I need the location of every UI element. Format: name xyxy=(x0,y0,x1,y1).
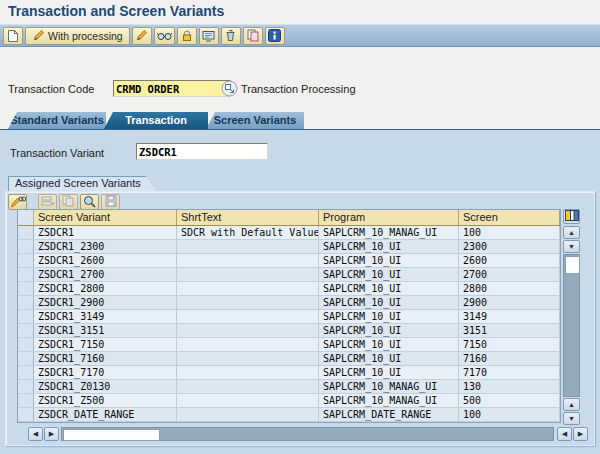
cell-screen-variant[interactable]: ZSDCR1_7170 xyxy=(34,366,177,379)
scroll-right-end-button[interactable]: ▶ xyxy=(573,427,588,441)
screen-button[interactable] xyxy=(199,27,219,45)
cell-screen-variant[interactable]: ZSDCR1 xyxy=(34,226,177,239)
table-row[interactable]: ZSDCR1_3151SAPLCRM_10_UI3151 xyxy=(18,324,560,338)
table-row[interactable]: ZSDCR1_2900SAPLCRM_10_UI2900 xyxy=(18,296,560,310)
cell-screen-variant[interactable]: ZSDCR1_Z0130 xyxy=(34,380,177,393)
cell-screen-variant[interactable]: ZSDCR1_7150 xyxy=(34,338,177,351)
cell-screen[interactable]: 7150 xyxy=(459,338,560,351)
cell-shrttext[interactable] xyxy=(177,296,319,309)
header-shrttext[interactable]: ShrtText xyxy=(177,210,319,225)
row-selector[interactable] xyxy=(18,324,34,337)
cell-program[interactable]: SAPLCRM_10_UI xyxy=(319,324,459,337)
insert-row-button[interactable] xyxy=(38,194,57,210)
scroll-down-button[interactable]: ▼ xyxy=(563,240,580,253)
cell-program[interactable]: SAPLCRM_10_UI xyxy=(319,352,459,365)
cell-screen[interactable]: 2300 xyxy=(459,240,560,253)
row-selector[interactable] xyxy=(18,282,34,295)
table-row[interactable]: ZSDCR_DATE_RANGESAPLCRM_DATE_RANGE100 xyxy=(18,408,560,422)
row-selector[interactable] xyxy=(18,240,34,253)
horizontal-scrollbar-thumb[interactable] xyxy=(63,429,160,441)
table-row[interactable]: ZSDCR1_2700SAPLCRM_10_UI2700 xyxy=(18,268,560,282)
table-row[interactable]: ZSDCR1_2300SAPLCRM_10_UI2300 xyxy=(18,240,560,254)
cell-screen[interactable]: 3149 xyxy=(459,310,560,323)
table-row[interactable]: ZSDCR1_7160SAPLCRM_10_UI7160 xyxy=(18,352,560,366)
cell-shrttext[interactable] xyxy=(177,254,319,267)
cell-screen-variant[interactable]: ZSDCR1_Z500 xyxy=(34,394,177,407)
cell-screen-variant[interactable]: ZSDCR1_2600 xyxy=(34,254,177,267)
cell-shrttext[interactable] xyxy=(177,338,319,351)
cell-program[interactable]: SAPLCRM_10_MANAG_UI xyxy=(319,226,459,239)
cell-screen[interactable]: 7160 xyxy=(459,352,560,365)
table-row[interactable]: ZSDCR1_3149SAPLCRM_10_UI3149 xyxy=(18,310,560,324)
create-button[interactable] xyxy=(3,27,23,45)
cell-program[interactable]: SAPLCRM_10_UI xyxy=(319,366,459,379)
row-selector[interactable] xyxy=(18,296,34,309)
row-selector[interactable] xyxy=(18,226,34,239)
cell-program[interactable]: SAPLCRM_DATE_RANGE xyxy=(319,408,459,421)
scroll-right-button[interactable]: ▶ xyxy=(44,427,59,441)
copy-button[interactable] xyxy=(243,27,263,45)
cell-shrttext[interactable]: SDCR with Default Values xyxy=(177,226,319,239)
cell-shrttext[interactable] xyxy=(177,310,319,323)
cell-shrttext[interactable] xyxy=(177,324,319,337)
cell-shrttext[interactable] xyxy=(177,380,319,393)
row-selector[interactable] xyxy=(18,352,34,365)
cell-screen[interactable]: 100 xyxy=(459,226,560,239)
cell-program[interactable]: SAPLCRM_10_UI xyxy=(319,338,459,351)
cell-screen[interactable]: 130 xyxy=(459,380,560,393)
scroll-page-down-button[interactable]: ▼ xyxy=(563,412,580,425)
cell-program[interactable]: SAPLCRM_10_UI xyxy=(319,268,459,281)
cell-program[interactable]: SAPLCRM_10_UI xyxy=(319,254,459,267)
header-screen[interactable]: Screen xyxy=(459,210,560,225)
row-selector[interactable] xyxy=(18,394,34,407)
cell-screen-variant[interactable]: ZSDCR1_2800 xyxy=(34,282,177,295)
cell-screen-variant[interactable]: ZSDCR1_7160 xyxy=(34,352,177,365)
row-selector[interactable] xyxy=(18,268,34,281)
cell-program[interactable]: SAPLCRM_10_UI xyxy=(319,296,459,309)
cell-shrttext[interactable] xyxy=(177,268,319,281)
cell-shrttext[interactable] xyxy=(177,282,319,295)
row-selector[interactable] xyxy=(18,380,34,393)
row-selector[interactable] xyxy=(18,338,34,351)
cell-shrttext[interactable] xyxy=(177,394,319,407)
cell-screen[interactable]: 3151 xyxy=(459,324,560,337)
cell-screen-variant[interactable]: ZSDCR1_2300 xyxy=(34,240,177,253)
cell-screen[interactable]: 2600 xyxy=(459,254,560,267)
cell-screen[interactable]: 2700 xyxy=(459,268,560,281)
row-selector[interactable] xyxy=(18,408,34,421)
tab-standard-variants[interactable]: Standard Variants xyxy=(8,112,106,129)
cell-program[interactable]: SAPLCRM_10_MANAG_UI xyxy=(319,380,459,393)
table-row[interactable]: ZSDCR1_Z0130SAPLCRM_10_MANAG_UI130 xyxy=(18,380,560,394)
lock-button[interactable] xyxy=(177,27,197,45)
cell-program[interactable]: SAPLCRM_10_UI xyxy=(319,310,459,323)
table-row[interactable]: ZSDCR1_2600SAPLCRM_10_UI2600 xyxy=(18,254,560,268)
delete-button[interactable] xyxy=(221,27,241,45)
table-row[interactable]: ZSDCR1SDCR with Default ValuesSAPLCRM_10… xyxy=(18,226,560,240)
cell-shrttext[interactable] xyxy=(177,352,319,365)
with-processing-button[interactable]: With processing xyxy=(25,27,130,45)
copy-row-button[interactable] xyxy=(59,194,78,210)
scroll-left-end-button[interactable]: ◀ xyxy=(557,427,572,441)
cell-program[interactable]: SAPLCRM_10_MANAG_UI xyxy=(319,394,459,407)
details-button[interactable] xyxy=(80,194,99,210)
cell-program[interactable]: SAPLCRM_10_UI xyxy=(319,282,459,295)
tab-screen-variants[interactable]: Screen Variants xyxy=(206,112,304,129)
cell-screen-variant[interactable]: ZSDCR1_3149 xyxy=(34,310,177,323)
transaction-code-input[interactable] xyxy=(113,80,231,97)
cell-program[interactable]: SAPLCRM_10_UI xyxy=(319,240,459,253)
cell-screen[interactable]: 2800 xyxy=(459,282,560,295)
cell-shrttext[interactable] xyxy=(177,366,319,379)
row-selector[interactable] xyxy=(18,254,34,267)
table-row[interactable]: ZSDCR1_7150SAPLCRM_10_UI7150 xyxy=(18,338,560,352)
cell-screen[interactable]: 500 xyxy=(459,394,560,407)
cell-screen[interactable]: 7170 xyxy=(459,366,560,379)
scroll-page-up-button[interactable]: ▲ xyxy=(563,398,580,411)
scroll-up-button[interactable]: ▲ xyxy=(563,226,580,239)
cell-screen-variant[interactable]: ZSDCR1_2700 xyxy=(34,268,177,281)
info-button[interactable] xyxy=(265,27,285,45)
vertical-scrollbar-thumb[interactable] xyxy=(565,256,580,274)
scroll-left-button[interactable]: ◀ xyxy=(28,427,43,441)
cell-screen[interactable]: 100 xyxy=(459,408,560,421)
cell-screen-variant[interactable]: ZSDCR1_3151 xyxy=(34,324,177,337)
matchcode-button[interactable] xyxy=(221,80,238,97)
